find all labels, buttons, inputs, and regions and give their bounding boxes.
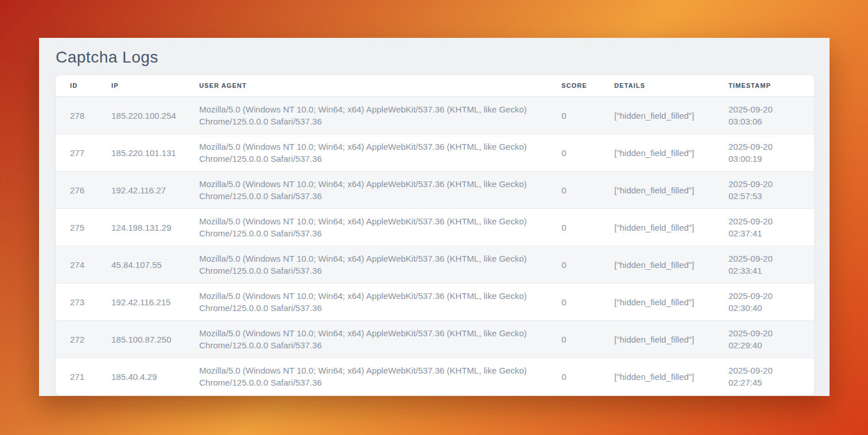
cell-user-agent: Mozilla/5.0 (Windows NT 10.0; Win64; x64… [185,134,547,172]
cell-details: ["hidden_field_filled"] [600,172,714,209]
cell-score: 0 [547,172,600,209]
column-header-score: SCORE [547,75,600,97]
cell-id: 275 [56,209,97,246]
cell-id: 272 [56,321,97,358]
cell-ip: 124.198.131.29 [97,209,185,246]
cell-user-agent: Mozilla/5.0 (Windows NT 10.0; Win64; x64… [185,358,547,395]
cell-user-agent: Mozilla/5.0 (Windows NT 10.0; Win64; x64… [185,283,547,321]
table-row: 276 192.42.116.27 Mozilla/5.0 (Windows N… [56,172,814,209]
cell-score: 0 [547,283,600,321]
column-header-details: DETAILS [600,75,714,97]
cell-timestamp: 2025-09-20 03:00:19 [714,134,814,172]
cell-details: ["hidden_field_filled"] [600,97,714,134]
cell-id: 278 [56,97,97,134]
cell-timestamp: 2025-09-20 02:37:41 [714,209,814,246]
cell-details: ["hidden_field_filled"] [600,246,714,283]
cell-score: 0 [547,246,600,283]
cell-ip: 192.42.116.27 [97,172,185,209]
cell-ip: 192.42.116.215 [97,283,185,321]
table-row: 277 185.220.101.131 Mozilla/5.0 (Windows… [56,134,814,172]
cell-ip: 185.220.101.131 [97,134,185,172]
cell-ip: 185.40.4.29 [97,358,185,395]
table-row: 275 124.198.131.29 Mozilla/5.0 (Windows … [56,209,814,246]
table-row: 273 192.42.116.215 Mozilla/5.0 (Windows … [56,283,814,321]
captcha-logs-table-container: ID IP USER AGENT SCORE DETAILS TIMESTAMP… [56,75,814,395]
table-header: ID IP USER AGENT SCORE DETAILS TIMESTAMP [56,75,814,97]
table-row: 278 185.220.100.254 Mozilla/5.0 (Windows… [56,97,814,134]
cell-details: ["hidden_field_filled"] [600,358,714,395]
cell-user-agent: Mozilla/5.0 (Windows NT 10.0; Win64; x64… [185,246,547,283]
cell-user-agent: Mozilla/5.0 (Windows NT 10.0; Win64; x64… [185,321,547,358]
cell-timestamp: 2025-09-20 02:29:40 [714,321,814,358]
cell-ip: 45.84.107.55 [97,246,185,283]
cell-details: ["hidden_field_filled"] [600,134,714,172]
table-row: 272 185.100.87.250 Mozilla/5.0 (Windows … [56,321,814,358]
cell-timestamp: 2025-09-20 02:33:41 [714,246,814,283]
captcha-logs-card: Captcha Logs ID IP USER AGENT SCORE DETA… [39,38,830,396]
cell-id: 271 [56,358,97,395]
cell-ip: 185.220.100.254 [97,97,185,134]
cell-score: 0 [547,134,600,172]
table-header-row: ID IP USER AGENT SCORE DETAILS TIMESTAMP [56,75,814,97]
table-row: 274 45.84.107.55 Mozilla/5.0 (Windows NT… [56,246,814,283]
cell-timestamp: 2025-09-20 03:03:06 [714,97,814,134]
cell-ip: 185.100.87.250 [97,321,185,358]
cell-user-agent: Mozilla/5.0 (Windows NT 10.0; Win64; x64… [185,172,547,209]
cell-user-agent: Mozilla/5.0 (Windows NT 10.0; Win64; x64… [185,97,547,134]
cell-id: 273 [56,283,97,321]
column-header-user-agent: USER AGENT [185,75,547,97]
cell-id: 277 [56,134,97,172]
cell-timestamp: 2025-09-20 02:30:40 [714,283,814,321]
cell-score: 0 [547,97,600,134]
cell-score: 0 [547,358,600,395]
desktop-background: { "page": { "title": "Captcha Logs" }, "… [0,0,868,435]
cell-user-agent: Mozilla/5.0 (Windows NT 10.0; Win64; x64… [185,209,547,246]
cell-timestamp: 2025-09-20 02:27:45 [714,358,814,395]
cell-details: ["hidden_field_filled"] [600,209,714,246]
cell-timestamp: 2025-09-20 02:57:53 [714,172,814,209]
cell-details: ["hidden_field_filled"] [600,283,714,321]
cell-score: 0 [547,209,600,246]
column-header-ip: IP [97,75,185,97]
cell-id: 276 [56,172,97,209]
cell-id: 274 [56,246,97,283]
cell-details: ["hidden_field_filled"] [600,321,714,358]
table-row: 271 185.40.4.29 Mozilla/5.0 (Windows NT … [56,358,814,395]
page-title: Captcha Logs [56,48,814,67]
log-table-body: 278 185.220.100.254 Mozilla/5.0 (Windows… [56,97,814,395]
cell-score: 0 [547,321,600,358]
captcha-logs-table: ID IP USER AGENT SCORE DETAILS TIMESTAMP… [56,75,814,395]
column-header-timestamp: TIMESTAMP [714,75,814,97]
column-header-id: ID [56,75,97,97]
